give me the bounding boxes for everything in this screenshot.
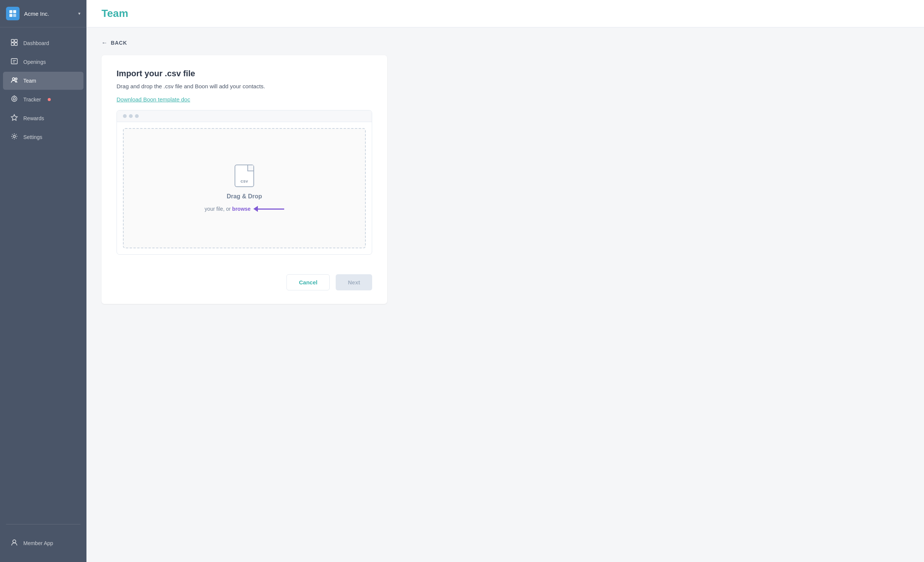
settings-icon	[11, 133, 18, 142]
file-dropzone[interactable]: CSV Drag & Drop your file, or browse	[123, 128, 366, 248]
tracker-badge	[48, 98, 51, 101]
company-logo	[6, 7, 20, 20]
chevron-down-icon: ▾	[78, 11, 80, 16]
svg-rect-5	[15, 39, 17, 42]
sidebar-item-label: Tracker	[23, 97, 41, 103]
sidebar-item-label: Team	[23, 78, 36, 84]
dot-1	[123, 114, 127, 118]
arrow-head-icon	[253, 206, 258, 212]
drag-drop-label: Drag & Drop	[227, 193, 262, 200]
back-arrow-icon: ←	[101, 39, 108, 46]
svg-rect-1	[13, 10, 16, 13]
svg-rect-6	[11, 43, 14, 45]
back-button[interactable]: ← BACK	[101, 39, 909, 46]
sidebar-item-settings[interactable]: Settings	[3, 128, 83, 146]
sidebar-item-team[interactable]: Team	[3, 72, 83, 90]
page-title: Team	[101, 8, 909, 20]
company-switcher[interactable]: Acme Inc. ▾	[0, 0, 86, 27]
svg-rect-7	[15, 43, 17, 45]
csv-label: CSV	[241, 180, 248, 183]
csv-icon-body: CSV	[235, 165, 254, 187]
dot-2	[129, 114, 133, 118]
top-bar: Team	[86, 0, 924, 27]
cancel-button[interactable]: Cancel	[286, 274, 330, 290]
member-app-icon	[11, 539, 18, 548]
svg-point-16	[13, 135, 15, 137]
tracker-icon	[11, 95, 18, 104]
sidebar-item-openings[interactable]: Openings	[3, 53, 83, 71]
csv-file-icon: CSV	[235, 165, 254, 187]
main-nav: Dashboard Openings Team Tracker	[0, 27, 86, 521]
sidebar-item-label: Member App	[23, 540, 53, 546]
content-area: ← BACK Import your .csv file Drag and dr…	[86, 27, 924, 562]
import-title: Import your .csv file	[117, 69, 372, 79]
svg-point-13	[12, 96, 17, 101]
sidebar-bottom: Member App	[0, 527, 86, 562]
sidebar-item-rewards[interactable]: Rewards	[3, 109, 83, 127]
sidebar-item-label: Dashboard	[23, 40, 49, 46]
svg-point-12	[15, 78, 17, 80]
sidebar-divider	[6, 524, 80, 524]
openings-icon	[11, 57, 18, 66]
sidebar-item-label: Openings	[23, 59, 46, 65]
sidebar: Acme Inc. ▾ Dashboard Openings Team	[0, 0, 86, 562]
import-description: Drag and drop the .csv file and Boon wil…	[117, 83, 372, 89]
company-name: Acme Inc.	[24, 11, 74, 17]
sidebar-item-member-app[interactable]: Member App	[3, 534, 83, 552]
dropzone-wrapper: CSV Drag & Drop your file, or browse	[117, 110, 372, 255]
svg-rect-3	[13, 14, 16, 17]
sidebar-item-dashboard[interactable]: Dashboard	[3, 34, 83, 52]
svg-rect-2	[9, 14, 12, 17]
svg-rect-8	[11, 59, 17, 64]
next-button[interactable]: Next	[336, 274, 372, 290]
svg-rect-0	[9, 10, 12, 13]
sidebar-item-tracker[interactable]: Tracker	[3, 91, 83, 109]
drop-subtext: your file, or browse	[204, 206, 284, 212]
download-template-link[interactable]: Download Boon template doc	[117, 96, 190, 103]
dashboard-icon	[11, 39, 18, 48]
svg-point-14	[13, 98, 15, 100]
back-label: BACK	[111, 40, 127, 46]
svg-rect-4	[11, 39, 14, 42]
dropzone-topbar	[117, 110, 372, 122]
main-content: Team ← BACK Import your .csv file Drag a…	[86, 0, 924, 562]
sidebar-item-label: Rewards	[23, 115, 44, 121]
rewards-icon	[11, 114, 18, 123]
sidebar-item-label: Settings	[23, 134, 42, 140]
browse-arrow-annotation	[254, 206, 284, 212]
svg-point-17	[13, 540, 16, 543]
import-card: Import your .csv file Drag and drop the …	[101, 55, 387, 304]
browse-link[interactable]: browse	[232, 206, 251, 212]
arrow-shaft	[258, 208, 284, 210]
svg-point-11	[12, 78, 15, 80]
drop-subtext-prefix: your file, or	[204, 206, 230, 212]
card-footer: Cancel Next	[117, 267, 372, 290]
team-icon	[11, 76, 18, 85]
dot-3	[135, 114, 139, 118]
